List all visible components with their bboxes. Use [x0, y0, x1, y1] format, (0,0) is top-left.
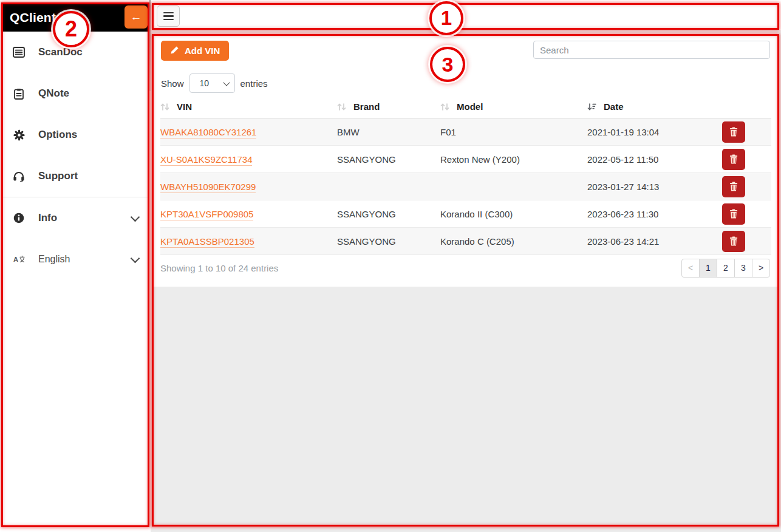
brand-cell — [337, 173, 440, 200]
sort-active-icon — [587, 103, 596, 111]
gear-icon — [12, 129, 26, 141]
sidebar-collapse-button[interactable]: ← — [124, 5, 148, 29]
delete-button[interactable] — [722, 231, 745, 252]
table-header-row: VIN Brand — [160, 96, 771, 118]
pencil-icon — [170, 46, 179, 56]
sidebar-item-label: ScanDoc — [38, 46, 83, 58]
sidebar-item-language[interactable]: A English — [1, 239, 149, 280]
clipboard-icon — [12, 88, 26, 100]
sort-icon — [337, 103, 346, 111]
vin-link[interactable]: WBAYH51090EK70299 — [160, 182, 256, 193]
brand-cell: SSANGYONG — [337, 228, 440, 255]
scan-doc-icon — [12, 47, 26, 58]
model-cell: Korando C (C205) — [440, 228, 587, 255]
vin-table: VIN Brand — [160, 96, 771, 255]
search-input[interactable] — [533, 41, 770, 59]
headset-icon — [12, 171, 26, 182]
date-cell: 2022-05-12 11:50 — [587, 146, 695, 173]
sidebar-header: QClients ← — [1, 3, 149, 32]
sidebar-item-label: Options — [38, 129, 77, 141]
pagination-page-1[interactable]: 1 — [699, 259, 717, 278]
sidebar-item-label: Support — [38, 170, 78, 182]
vin-link[interactable]: WBAKA81080CY31261 — [160, 127, 256, 138]
model-cell: F01 — [440, 118, 587, 146]
arrow-left-icon: ← — [131, 10, 142, 24]
date-cell: 2023-01-27 14:13 — [587, 173, 695, 200]
page-length-control: Show 10 entries — [161, 73, 268, 93]
pagination-page-2[interactable]: 2 — [717, 259, 735, 278]
add-vin-label: Add VIN — [185, 46, 220, 56]
vin-link[interactable]: KPTA0A1SSBP021305 — [160, 236, 254, 248]
hamburger-menu-button[interactable] — [157, 5, 180, 27]
pagination-page-3[interactable]: 3 — [734, 259, 752, 278]
sidebar: QClients ← ScanDoc — [0, 0, 151, 532]
showing-info: Showing 1 to 10 of 24 entries — [160, 263, 278, 273]
info-icon — [12, 213, 26, 223]
sidebar-item-label: QNote — [38, 87, 69, 100]
brand-cell: SSANGYONG — [337, 146, 440, 173]
hamburger-icon — [163, 12, 174, 13]
delete-button[interactable] — [722, 149, 745, 170]
show-label: Show — [161, 78, 184, 89]
column-header-date[interactable]: Date — [587, 96, 695, 118]
chevron-down-icon — [131, 253, 140, 263]
brand-cell: BMW — [337, 118, 440, 146]
table-row: KPT30A1VSFP009805 SSANGYONG Korando II (… — [160, 200, 771, 228]
table-row: XU-S0A1KS9ZC11734 SSANGYONG Rexton New (… — [160, 146, 771, 173]
trash-icon — [729, 127, 738, 137]
model-cell: Rexton New (Y200) — [440, 146, 587, 173]
trash-icon — [729, 182, 738, 191]
entries-label: entries — [240, 78, 268, 89]
svg-text:A: A — [13, 256, 18, 263]
date-cell: 2021-01-19 13:04 — [587, 118, 695, 146]
page-length-select[interactable]: 10 — [189, 73, 235, 93]
trash-icon — [729, 236, 738, 246]
date-cell: 2023-06-23 14:21 — [587, 228, 695, 255]
page-length-select-wrap: 10 — [189, 73, 235, 93]
pagination-prev-button[interactable]: < — [681, 259, 700, 278]
sidebar-item-label: Info — [38, 212, 57, 224]
vin-list-card: Add VIN Show 10 entries — [153, 33, 779, 287]
trash-icon — [729, 209, 738, 219]
column-header-actions — [695, 96, 771, 118]
sidebar-nav: ScanDoc QNote — [1, 32, 149, 280]
table-row: WBAKA81080CY31261 BMW F01 2021-01-19 13:… — [160, 118, 771, 146]
sidebar-item-label: English — [38, 254, 70, 265]
sidebar-item-support[interactable]: Support — [1, 155, 149, 197]
table-footer: Showing 1 to 10 of 24 entries < 1 2 3 > — [160, 256, 770, 280]
sidebar-item-qnote[interactable]: QNote — [1, 73, 149, 114]
sidebar-item-options[interactable]: Options — [1, 114, 149, 155]
sidebar-item-scandoc[interactable]: ScanDoc — [1, 32, 149, 73]
column-header-vin[interactable]: VIN — [160, 96, 337, 118]
sort-icon — [160, 103, 169, 111]
table-row: WBAYH51090EK70299 2023-01-27 14:13 — [160, 173, 771, 200]
delete-button[interactable] — [722, 203, 745, 225]
trash-icon — [729, 154, 738, 164]
sidebar-item-info[interactable]: Info — [1, 197, 149, 239]
sort-icon — [440, 103, 449, 111]
pagination: < 1 2 3 > — [681, 259, 770, 278]
app-title: QClients — [10, 10, 63, 25]
brand-cell: SSANGYONG — [337, 200, 440, 228]
column-header-model[interactable]: Date Model — [440, 96, 587, 118]
vin-link[interactable]: KPT30A1VSFP009805 — [160, 209, 253, 220]
model-cell — [440, 173, 587, 200]
date-cell: 2023-06-23 11:30 — [587, 200, 695, 228]
delete-button[interactable] — [722, 176, 745, 197]
topbar — [151, 0, 781, 30]
delete-button[interactable] — [722, 121, 745, 143]
model-cell: Korando II (C300) — [440, 200, 587, 228]
add-vin-button[interactable]: Add VIN — [161, 41, 229, 61]
main-area: Add VIN Show 10 entries — [151, 0, 781, 532]
table-row: KPTA0A1SSBP021305 SSANGYONG Korando C (C… — [160, 228, 771, 255]
vin-link[interactable]: XU-S0A1KS9ZC11734 — [160, 154, 252, 166]
column-header-brand[interactable]: Brand — [337, 96, 440, 118]
pagination-next-button[interactable]: > — [752, 259, 770, 278]
chevron-down-icon — [131, 212, 140, 222]
language-icon: A — [12, 255, 26, 264]
